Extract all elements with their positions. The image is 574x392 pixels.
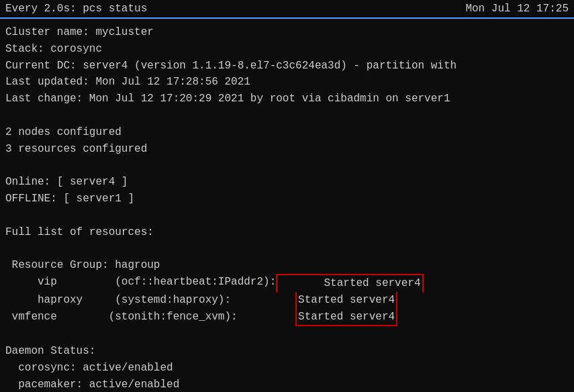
resource-vip-left: vip (ocf::heartbeat:IPaddr2): — [5, 274, 276, 292]
resource-haproxy-row: haproxy (systemd:haproxy): Started serve… — [5, 292, 569, 309]
online-line: Online: [ server4 ] — [5, 174, 569, 191]
last-updated-line: Last updated: Mon Jul 12 17:28:56 2021 — [5, 74, 569, 91]
empty-line-2 — [5, 157, 569, 174]
empty-line-5 — [5, 326, 569, 343]
resource-vmfence-row: vmfence (stonith:fence_xvm): Started ser… — [5, 309, 569, 327]
resource-vmfence-right: Started server4 — [295, 309, 397, 327]
stack-line: Stack: corosync — [5, 41, 569, 58]
resource-vmfence-left: vmfence (stonith:fence_xvm): — [5, 309, 295, 327]
resource-haproxy-right: Started server4 — [295, 292, 397, 309]
cluster-name-line: Cluster name: mycluster — [5, 24, 569, 41]
nodes-configured-line: 2 nodes configured — [5, 124, 569, 141]
watch-command: Every 2.0s: pcs status — [5, 3, 147, 15]
corosync-line: corosync: active/enabled — [5, 360, 569, 377]
current-dc-line: Current DC: server4 (version 1.1.19-8.el… — [5, 58, 569, 75]
full-list-line: Full list of resources: — [5, 224, 569, 241]
empty-line-4 — [5, 240, 569, 257]
top-bar: Every 2.0s: pcs status Mon Jul 12 17:25 — [0, 0, 574, 19]
terminal-content: Cluster name: mycluster Stack: corosync … — [0, 19, 574, 392]
terminal: Every 2.0s: pcs status Mon Jul 12 17:25 … — [0, 0, 574, 392]
resource-group-line: Resource Group: hagroup — [5, 257, 569, 274]
last-change-line: Last change: Mon Jul 12 17:20:29 2021 by… — [5, 91, 569, 107]
resources-configured-line: 3 resources configured — [5, 141, 569, 158]
daemon-status-line: Daemon Status: — [5, 343, 569, 360]
offline-line: OFFLINE: [ server1 ] — [5, 191, 569, 207]
timestamp: Mon Jul 12 17:25 — [465, 3, 569, 15]
pacemaker-line: pacemaker: active/enabled — [5, 377, 569, 392]
resource-vip-row: vip (ocf::heartbeat:IPaddr2): Started se… — [5, 274, 569, 292]
empty-line-1 — [5, 107, 569, 124]
resource-vip-right: Started server4 — [276, 274, 423, 292]
resource-haproxy-left: haproxy (systemd:haproxy): — [5, 292, 295, 309]
empty-line-3 — [5, 207, 569, 224]
